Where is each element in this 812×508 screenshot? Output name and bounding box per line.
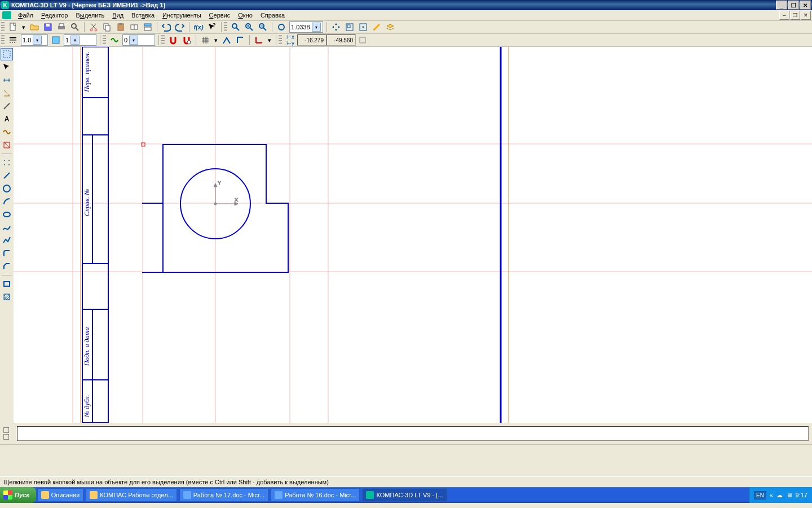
new-button[interactable]	[7, 21, 19, 33]
zoom-value-input[interactable]: 1.0338▾	[289, 21, 323, 33]
toolbar-grip[interactable]	[1, 22, 5, 32]
language-indicator[interactable]: EN	[754, 491, 766, 500]
rect-tool[interactable]	[1, 278, 13, 290]
taskbar-item[interactable]: Описания	[37, 488, 83, 502]
coord-mode-btn[interactable]: ⊢x⊢y	[284, 34, 297, 46]
open-button[interactable]	[28, 21, 41, 33]
properties-button[interactable]	[142, 21, 154, 33]
selection-tool[interactable]	[1, 48, 13, 60]
help-pointer-button[interactable]: ?	[206, 21, 218, 33]
param-tool[interactable]: A	[1, 113, 13, 125]
print-button[interactable]	[55, 21, 68, 33]
break-tool[interactable]	[1, 139, 13, 151]
start-button[interactable]: Пуск	[0, 487, 36, 503]
coord-lock-btn[interactable]	[356, 34, 369, 46]
edit-tool[interactable]	[1, 100, 13, 112]
minimize-button[interactable]: _	[776, 1, 787, 10]
copy-props-button[interactable]	[128, 21, 140, 33]
zoom-all-button[interactable]	[357, 21, 369, 33]
zoom-prev-button[interactable]	[343, 21, 356, 33]
taskbar-item[interactable]: Работа № 16.doc - Micr...	[271, 488, 360, 502]
measure-tool[interactable]	[1, 126, 13, 138]
taskbar-item[interactable]: Работа № 17.doc - Micr...	[179, 488, 268, 502]
preview-button[interactable]	[69, 21, 81, 33]
menu-select[interactable]: Выделить	[72, 11, 108, 20]
menu-edit[interactable]: Редактор	[38, 11, 71, 20]
dropdown-icon[interactable]: ▾	[129, 36, 138, 45]
tray-icon[interactable]: 🖥	[786, 492, 792, 498]
redo-button[interactable]	[174, 21, 186, 33]
line-width-input[interactable]: 1.0▾	[21, 34, 48, 46]
mdi-minimize-button[interactable]: –	[779, 11, 789, 20]
local-cs-dd[interactable]: ▾	[266, 34, 273, 46]
save-button[interactable]	[42, 21, 54, 33]
paste-button[interactable]	[114, 21, 127, 33]
ellipse-tool[interactable]	[1, 208, 13, 221]
dropdown-icon[interactable]: ▾	[70, 36, 80, 45]
drawing-canvas[interactable]: X Y Перв. примен. Справ. № Подп. и дата …	[14, 47, 812, 423]
geometry-tool[interactable]	[1, 61, 13, 73]
spline-tool[interactable]	[1, 221, 13, 234]
grid-dd[interactable]: ▾	[213, 34, 219, 46]
local-cs-btn[interactable]	[253, 34, 265, 46]
close-button[interactable]: ✕	[800, 1, 811, 10]
variables-button[interactable]: f(x)	[192, 21, 205, 33]
menu-insert[interactable]: Вставка	[128, 11, 158, 20]
menu-view[interactable]: Вид	[109, 11, 127, 20]
polyline-tool[interactable]	[1, 234, 13, 247]
mdi-close-button[interactable]: ✕	[801, 11, 811, 20]
line-tool[interactable]	[1, 169, 13, 182]
fillet-tool[interactable]	[1, 247, 13, 260]
toolbar-grip[interactable]	[279, 35, 282, 45]
zoom-fit-button[interactable]	[275, 21, 288, 33]
hatch-tool[interactable]	[1, 291, 13, 303]
clock[interactable]: 9:17	[796, 492, 807, 498]
command-input[interactable]	[17, 426, 809, 441]
taskbar-item[interactable]: КОМПАС Работы отдел...	[86, 488, 177, 502]
toolbar-grip[interactable]	[224, 22, 227, 32]
dropdown-icon[interactable]: ▾	[33, 36, 42, 45]
undo-button[interactable]	[160, 21, 173, 33]
snap-btn[interactable]	[220, 34, 233, 46]
zoom-window-button[interactable]	[230, 21, 242, 33]
restore-button[interactable]: ❐	[788, 1, 799, 10]
hatch-lib-btn[interactable]	[108, 34, 121, 46]
zoom-in-button[interactable]	[243, 21, 255, 33]
magnet-red-btn[interactable]	[167, 34, 179, 46]
pan-button[interactable]	[330, 21, 342, 33]
magnet-config-btn[interactable]	[180, 34, 193, 46]
menu-window[interactable]: Окно	[235, 11, 256, 20]
toolbar-grip[interactable]	[161, 35, 165, 45]
tray-icon[interactable]: ☁	[776, 492, 783, 499]
zoom-out-button[interactable]	[257, 21, 269, 33]
arc-tool[interactable]	[1, 195, 13, 208]
toggle-layers-button[interactable]	[384, 21, 396, 33]
chamfer-tool[interactable]	[1, 260, 13, 273]
layer-btn[interactable]	[50, 34, 62, 46]
annotation-tool[interactable]	[1, 87, 13, 99]
cmd-down-button[interactable]	[3, 434, 9, 440]
line-style-btn[interactable]	[7, 34, 19, 46]
taskbar-item-active[interactable]: КОМПАС-3D LT V9 - [...	[362, 488, 447, 502]
mdi-restore-button[interactable]: ❐	[790, 11, 800, 20]
grid-btn[interactable]	[199, 34, 211, 46]
menu-tools[interactable]: Инструменты	[159, 11, 205, 20]
menu-file[interactable]: Файл	[15, 11, 37, 20]
toolbar-grip[interactable]	[1, 35, 5, 45]
point-tool[interactable]	[1, 156, 13, 169]
copy-button[interactable]	[101, 21, 113, 33]
circle-tool[interactable]	[1, 182, 13, 195]
cmd-up-button[interactable]	[3, 427, 9, 433]
dropdown-icon[interactable]: ▾	[312, 23, 321, 32]
menu-service[interactable]: Сервис	[206, 11, 234, 20]
ortho-btn[interactable]	[234, 34, 246, 46]
hatch-input[interactable]: 0▾	[122, 34, 155, 46]
cut-button[interactable]	[87, 21, 100, 33]
menu-help[interactable]: Справка	[257, 11, 288, 20]
tray-expand-icon[interactable]: «	[770, 492, 773, 498]
layer-input[interactable]: 1▾	[64, 34, 96, 46]
dimension-tool[interactable]	[1, 74, 13, 86]
new-dropdown[interactable]: ▾	[20, 21, 27, 33]
redraw-button[interactable]	[370, 21, 383, 33]
toolbar-grip[interactable]	[103, 35, 106, 45]
